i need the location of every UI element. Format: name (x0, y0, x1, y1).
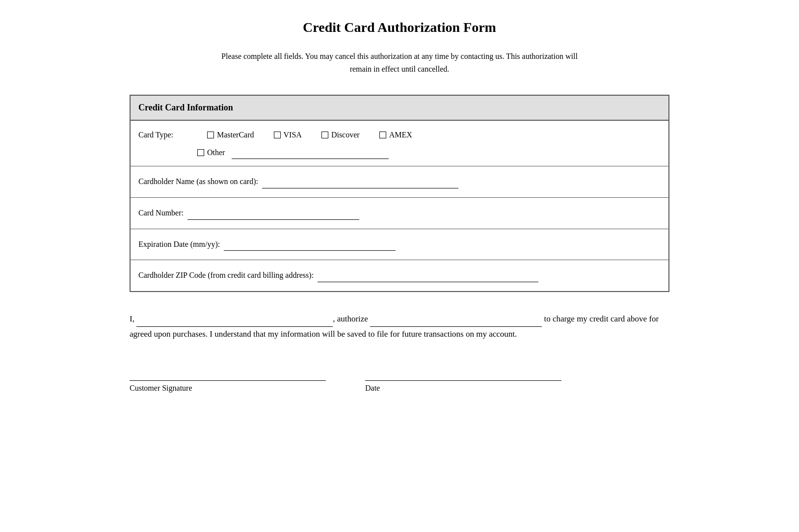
card-number-label: Card Number: (138, 209, 186, 217)
card-number-row: Card Number: (131, 198, 668, 229)
mastercard-label: MasterCard (217, 129, 254, 141)
checkbox-amex[interactable]: AMEX (379, 129, 412, 141)
cardholder-name-label: Cardholder Name (as shown on card): (138, 177, 260, 186)
auth-part1: I, (130, 314, 136, 323)
cardholder-name-row: Cardholder Name (as shown on card): (131, 166, 668, 198)
checkbox-visa-box[interactable] (274, 132, 281, 138)
expiration-date-row: Expiration Date (mm/yy): (131, 229, 668, 261)
auth-name-field[interactable] (136, 312, 333, 327)
other-text-field[interactable] (232, 146, 389, 160)
checkbox-discover[interactable]: Discover (321, 129, 360, 141)
page-title: Credit Card Authorization Form (130, 20, 669, 35)
card-type-row: Card Type: MasterCard VISA Discover AMEX (131, 121, 668, 166)
zip-code-label: Cardholder ZIP Code (from credit card bi… (138, 271, 316, 279)
expiration-date-label: Expiration Date (mm/yy): (138, 240, 222, 248)
zip-code-row: Cardholder ZIP Code (from credit card bi… (131, 260, 668, 291)
card-type-label: Card Type: (138, 129, 187, 141)
checkbox-mastercard[interactable]: MasterCard (207, 129, 254, 141)
checkbox-visa[interactable]: VISA (274, 129, 302, 141)
checkbox-other-box[interactable] (197, 149, 204, 156)
date-line[interactable] (365, 372, 561, 381)
signature-section: Customer Signature Date (130, 372, 669, 393)
other-label: Other (207, 146, 225, 159)
card-number-field[interactable] (187, 207, 359, 220)
date-block: Date (365, 372, 561, 393)
checkbox-other[interactable]: Other (197, 146, 225, 159)
amex-label: AMEX (389, 129, 412, 141)
signature-label: Customer Signature (130, 384, 326, 393)
signature-line[interactable] (130, 372, 326, 381)
discover-label: Discover (331, 129, 360, 141)
cardholder-name-field[interactable] (262, 175, 458, 188)
date-label: Date (365, 384, 561, 393)
checkbox-mastercard-box[interactable] (207, 132, 214, 138)
checkbox-discover-box[interactable] (321, 132, 328, 138)
checkbox-amex-box[interactable] (379, 132, 386, 138)
section-header: Credit Card Information (131, 96, 668, 121)
subtitle-text: Please complete all fields. You may canc… (130, 50, 669, 75)
customer-signature-block: Customer Signature (130, 372, 326, 393)
zip-code-field[interactable] (318, 269, 538, 282)
credit-card-form-table: Credit Card Information Card Type: Maste… (130, 95, 669, 292)
visa-label: VISA (284, 129, 302, 141)
auth-authorize-field[interactable] (370, 312, 542, 327)
auth-part2: , authorize (333, 314, 370, 323)
expiration-date-field[interactable] (224, 238, 396, 251)
authorization-text: I, , authorize to charge my credit card … (130, 312, 669, 342)
